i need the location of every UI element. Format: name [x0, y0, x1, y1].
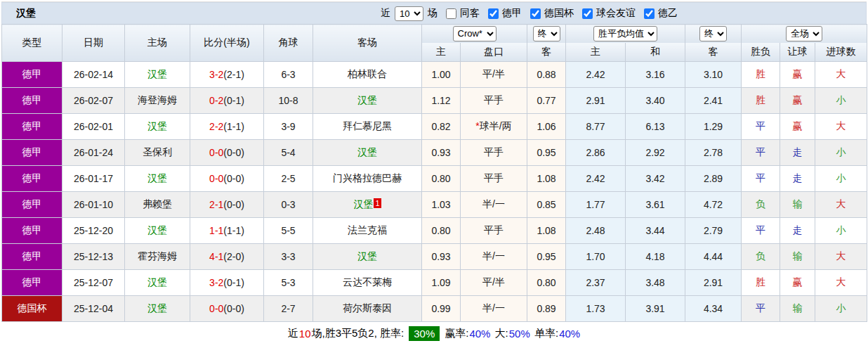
odds-away-cell: 1.06 — [527, 114, 566, 140]
score-cell: 0-0(0-0) — [190, 296, 264, 322]
handicap-cell: 半/一 — [461, 192, 527, 218]
home-team-cell: 汉堡 — [125, 296, 190, 322]
avg-state-select-cell: 终 — [685, 25, 742, 43]
avg-away-cell: 4.72 — [685, 192, 742, 218]
fulltime-score: 0-0 — [209, 147, 223, 158]
result-cell: 平 — [742, 296, 780, 322]
give-result-cell: 走 — [780, 166, 815, 192]
home-team-cell: 圣保利 — [125, 140, 190, 166]
odds-away-cell: 0.95 — [527, 140, 566, 166]
handicap-line: 平/半 — [482, 276, 505, 288]
table-row: 德甲 25-12-07 汉堡 3-2(0-1) 5-3 云达不莱梅 1.09 平… — [2, 270, 867, 296]
score-cell: 1-1(1-1) — [190, 218, 264, 244]
away-team-cell: 拜仁慕尼黑 — [313, 114, 422, 140]
result-cell: 胜 — [742, 88, 780, 114]
home-team-cell: 霍芬海姆 — [125, 244, 190, 270]
league-checkbox-bundesliga[interactable] — [488, 8, 499, 19]
goals-result-cell: 大 — [815, 244, 867, 270]
match-history-table: 类型 日期 主场 比分(半场) 角球 客场 Crow* 终 胜平负均值 终 — [1, 24, 867, 322]
halftime-score: (0-0) — [223, 199, 244, 210]
games-count-select[interactable]: 10 — [395, 6, 423, 21]
away-team-name: 法兰克福 — [348, 224, 387, 236]
away-team-cell: 汉堡 — [313, 140, 422, 166]
fulltime-score: 2-1 — [209, 199, 223, 210]
result-cell: 负 — [742, 192, 780, 218]
league-cell: 德甲 — [2, 192, 63, 218]
avg-select[interactable]: 胜平负均值 — [593, 26, 657, 41]
avg-home-cell: 2.37 — [566, 270, 626, 296]
corners-cell: 6-3 — [264, 62, 313, 88]
scope-select-cell: 全场 — [742, 25, 867, 43]
halftime-score: (1-1) — [223, 121, 244, 132]
league-label-dfb-pokal: 德国杯 — [544, 7, 574, 20]
scope-select[interactable]: 全场 — [786, 26, 822, 41]
handicap-cell: 平手 — [461, 140, 527, 166]
result-cell: 平 — [742, 114, 780, 140]
result-cell: 胜 — [742, 62, 780, 88]
score-cell: 2-1(0-0) — [190, 192, 264, 218]
odds-home-cell: 0.80 — [422, 218, 461, 244]
league-cell: 德甲 — [2, 88, 63, 114]
corners-cell: 2-7 — [264, 296, 313, 322]
avg-away-cell: 2.78 — [685, 140, 742, 166]
handicap-cell: 半/一 — [461, 296, 527, 322]
handicap-line: 平手 — [484, 224, 504, 236]
summary-footer: 近10场,胜3平5负2, 胜率:30%赢率:40% 大:50% 单率:40% — [1, 322, 867, 345]
halftime-score: (0-1) — [223, 95, 244, 106]
avg-away-cell: 3.10 — [685, 62, 742, 88]
away-team-cell: 云达不莱梅 — [313, 270, 422, 296]
avg-draw-cell: 3.91 — [626, 296, 685, 322]
fulltime-score: 4-1 — [209, 251, 223, 262]
fulltime-score: 3-2 — [209, 277, 223, 288]
handicap-cell: 平手 — [461, 166, 527, 192]
avg-home-cell: 2.42 — [566, 62, 626, 88]
away-team-cell: 法兰克福 — [313, 218, 422, 244]
handicap-line: 平手 — [484, 146, 504, 157]
sep — [491, 328, 494, 340]
handicap-cell: 平/半 — [461, 270, 527, 296]
table-row: 德甲 26-02-07 海登海姆 0-2(0-1) 10-8 汉堡 1.12 平… — [2, 88, 867, 114]
avg-away-cell: 2.91 — [685, 270, 742, 296]
odds-state-select[interactable]: 终 — [533, 26, 560, 41]
handicap-rate-value: 40% — [469, 328, 490, 340]
halftime-score: (2-1) — [223, 69, 244, 80]
give-result-cell: 赢 — [780, 114, 815, 140]
handicap-line: 平手 — [484, 172, 504, 183]
league-checkbox-dfb-pokal[interactable] — [530, 8, 541, 19]
home-team-cell: 汉堡 — [125, 166, 190, 192]
handicap-cell: 平/半 — [461, 62, 527, 88]
odds-home-cell: 1.00 — [422, 62, 461, 88]
away-team-cell: 荷尔斯泰因 — [313, 296, 422, 322]
score-cell: 0-0(0-0) — [190, 140, 264, 166]
same-away-checkbox[interactable] — [446, 8, 456, 19]
bookmaker-select-cell: Crow* — [422, 25, 527, 43]
avg-away-cell: 2.79 — [685, 218, 742, 244]
score-cell: 0-0(0-0) — [190, 166, 264, 192]
league-checkbox-bundesliga2[interactable] — [644, 8, 655, 19]
avg-draw-cell: 3.42 — [626, 166, 685, 192]
over-rate-label: 大: — [495, 327, 508, 340]
away-team-cell: 汉堡 — [313, 88, 422, 114]
date-cell: 26-01-10 — [63, 192, 125, 218]
league-label-friendly: 球会友谊 — [596, 7, 636, 20]
score-cell: 3-2(0-1) — [190, 270, 264, 296]
goals-result-cell: 大 — [815, 114, 867, 140]
league-label-bundesliga: 德甲 — [502, 7, 522, 20]
win-rate-badge: 30% — [409, 326, 440, 341]
goals-result-cell: 小 — [815, 296, 867, 322]
sep — [531, 328, 534, 340]
away-team-name: 拜仁慕尼黑 — [343, 120, 392, 131]
title-bar: 汉堡 近 10 场 同客 德甲 德国杯 球会友谊 德乙 — [1, 2, 867, 24]
bookmaker-select[interactable]: Crow* — [453, 26, 497, 41]
away-team-name: 柏林联合 — [348, 68, 387, 79]
avg-state-select[interactable]: 终 — [699, 26, 727, 41]
col-score: 比分(半场) — [190, 25, 264, 62]
league-cell: 德国杯 — [2, 296, 63, 322]
goals-result-cell: 小 — [815, 88, 867, 114]
match-history-widget: 汉堡 近 10 场 同客 德甲 德国杯 球会友谊 德乙 — [1, 1, 867, 345]
table-body: 德甲 26-02-14 汉堡 3-2(2-1) 6-3 柏林联合 1.00 平/… — [2, 62, 867, 322]
date-cell: 26-02-14 — [63, 62, 125, 88]
halftime-score: (0-1) — [223, 277, 244, 288]
league-checkbox-friendly[interactable] — [582, 8, 593, 19]
score-cell: 2-2(1-1) — [190, 114, 264, 140]
